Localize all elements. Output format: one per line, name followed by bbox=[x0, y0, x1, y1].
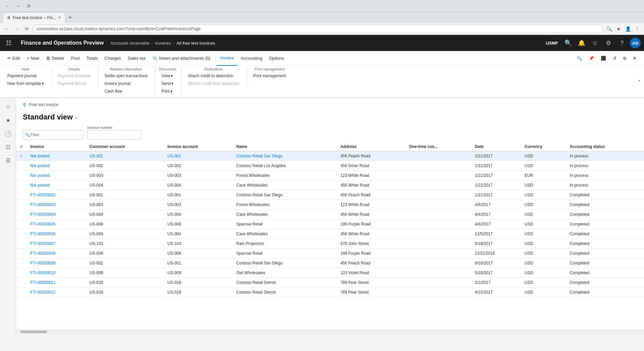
print-btn[interactable]: Print ▾ bbox=[159, 88, 175, 95]
name-link[interactable]: Contoso Retail San Diego bbox=[236, 154, 283, 158]
new-from-template-btn[interactable]: New from template ▾ bbox=[5, 80, 46, 87]
table-row[interactable]: FTI-00000009US-001US-001Contoso Retail S… bbox=[16, 258, 644, 268]
invoice-table-container[interactable]: ✓ Invoice Customer account Invoice accou… bbox=[16, 142, 644, 330]
invoice-journal-btn[interactable]: Invoice journal bbox=[102, 80, 150, 87]
toolbar-search-btn[interactable]: 🔍 bbox=[573, 51, 585, 66]
payment-format-btn[interactable]: Payment format bbox=[56, 80, 93, 87]
back-btn[interactable]: ← bbox=[3, 1, 12, 11]
browser-menu-icon[interactable]: ⋮ bbox=[633, 25, 641, 33]
view-btn[interactable]: View ▾ bbox=[159, 72, 175, 80]
invoice-link[interactable]: FTI-00000009 bbox=[30, 261, 55, 265]
send-btn[interactable]: Send ▾ bbox=[159, 80, 175, 87]
detach-credit-btn[interactable]: Detach credit from deduction bbox=[186, 80, 241, 87]
table-row[interactable]: FTI-00000004US-004US-004Cave Wholesales4… bbox=[16, 210, 644, 219]
breadcrumb-item-1[interactable]: Accounts receivable bbox=[110, 41, 149, 46]
cell-invoice[interactable]: FTI-00000011 bbox=[27, 278, 86, 288]
table-row[interactable]: ✓Not postedUS-001US-001Contoso Retail Sa… bbox=[16, 151, 644, 161]
tab-close-btn[interactable]: ✕ bbox=[58, 15, 61, 20]
browser-search-icon[interactable]: 🔍 bbox=[605, 25, 613, 33]
cell-invoice[interactable]: Not posted bbox=[27, 171, 86, 181]
table-row[interactable]: FTI-00000010US-009US-009Owl Wholesales12… bbox=[16, 268, 644, 278]
invoice-link[interactable]: FTI-00000003 bbox=[30, 202, 55, 207]
charges-btn[interactable]: Charges bbox=[101, 51, 124, 66]
forward-btn[interactable]: → bbox=[13, 1, 23, 11]
col-invoice[interactable]: Invoice bbox=[27, 142, 86, 151]
open-in-new-btn[interactable]: ⧉ bbox=[620, 51, 630, 66]
invoice-tab-btn[interactable]: Invoice bbox=[217, 51, 237, 66]
invoice-link[interactable]: Not posted bbox=[30, 154, 50, 158]
col-currency[interactable]: Currency bbox=[521, 142, 567, 151]
invoice-link[interactable]: FTI-00000011 bbox=[30, 280, 55, 285]
filter-icon[interactable]: ⚲ bbox=[23, 102, 26, 107]
home-nav-btn[interactable]: ⌂ bbox=[2, 101, 14, 113]
payment-schedule-btn[interactable]: Payment schedule bbox=[56, 72, 93, 80]
settle-open-transactions-btn[interactable]: Settle open transactions bbox=[102, 72, 150, 80]
invoice-link[interactable]: Not posted bbox=[30, 183, 50, 188]
view-chevron-icon[interactable]: ⌄ bbox=[74, 114, 78, 120]
cell-invoice[interactable]: FTI-00000008 bbox=[27, 249, 86, 258]
notifications-icon-btn[interactable]: 🔔 bbox=[576, 38, 587, 48]
sales-tax-btn[interactable]: Sales tax bbox=[124, 51, 149, 66]
col-one-time[interactable]: One-time cus... bbox=[406, 142, 472, 151]
feedback-icon-btn[interactable]: ☺ bbox=[590, 38, 600, 48]
address-bar[interactable]: usnconebox ax1aos.cloud.onebox.dynamics.… bbox=[33, 24, 603, 33]
col-date[interactable]: Date bbox=[472, 142, 521, 151]
browser-back-icon[interactable]: ← bbox=[3, 25, 11, 33]
invoice-link[interactable]: Not posted bbox=[30, 173, 50, 178]
waffle-btn[interactable]: ☷ bbox=[3, 38, 14, 48]
cell-invoice[interactable]: FTI-00000004 bbox=[27, 210, 86, 219]
invoice-link[interactable]: FTI-00000012 bbox=[30, 290, 55, 295]
edit-btn[interactable]: ✏ Edit bbox=[4, 51, 23, 66]
col-address[interactable]: Address bbox=[337, 142, 406, 151]
attach-credit-btn[interactable]: Attach credit to deduction bbox=[186, 72, 241, 80]
breadcrumb-item-2[interactable]: Invoices bbox=[155, 41, 171, 46]
totals-btn[interactable]: Totals bbox=[83, 51, 101, 66]
table-row[interactable]: FTI-00000008US-008US-008Sparrow Retail19… bbox=[16, 249, 644, 258]
cell-invoice[interactable]: FTI-00000003 bbox=[27, 200, 86, 210]
browser-forward-icon[interactable]: → bbox=[13, 25, 21, 33]
invoice-link[interactable]: FTI-00000008 bbox=[30, 251, 55, 256]
invoice-link[interactable]: FTI-00000005 bbox=[30, 222, 55, 227]
cash-flow-btn[interactable]: Cash flow bbox=[102, 88, 150, 95]
browser-profile-icon[interactable]: 👤 bbox=[624, 25, 632, 33]
cell-invoice[interactable]: FTI-00000009 bbox=[27, 258, 86, 268]
invoice-link[interactable]: Not posted bbox=[30, 163, 50, 168]
star-nav-btn[interactable]: ★ bbox=[2, 114, 14, 126]
list-nav-btn[interactable]: ☰ bbox=[2, 154, 14, 166]
table-row[interactable]: FTI-00000006US-004US-004Cave Wholesales4… bbox=[16, 229, 644, 239]
invoice-link[interactable]: FTI-00000004 bbox=[30, 212, 55, 217]
table-row[interactable]: FTI-00000003US-003US-003Forest Wholesale… bbox=[16, 200, 644, 210]
cell-invoice[interactable]: FTI-00000005 bbox=[27, 219, 86, 229]
side-panel-btn[interactable]: ⬛ bbox=[597, 51, 609, 66]
search-icon-btn[interactable]: 🔍 bbox=[563, 38, 574, 48]
cell-invoice[interactable]: FTI-00000012 bbox=[27, 288, 86, 297]
invoice-link[interactable]: FTI-00000010 bbox=[30, 270, 55, 275]
notes-btn[interactable]: 📎 Notes and attachments (0) bbox=[149, 51, 214, 66]
refresh-btn[interactable]: ↺ bbox=[609, 51, 620, 66]
table-row[interactable]: Not postedUS-003US-003Forest Wholesales1… bbox=[16, 171, 644, 181]
reload-btn[interactable]: ⟳ bbox=[24, 1, 34, 11]
options-tab-btn[interactable]: Options bbox=[266, 51, 287, 66]
print-management-btn[interactable]: Print management bbox=[251, 72, 288, 80]
cell-invoice[interactable]: FTI-00000010 bbox=[27, 268, 86, 278]
table-row[interactable]: FTI-00000012US-018US-018Contoso Retail D… bbox=[16, 288, 644, 297]
help-icon-btn[interactable]: ? bbox=[616, 38, 627, 48]
invoice-link[interactable]: FTI-00000006 bbox=[30, 232, 55, 236]
col-customer-account[interactable]: Customer account bbox=[86, 142, 164, 151]
customer-account-link[interactable]: US-001 bbox=[90, 154, 103, 158]
delete-btn[interactable]: 🗑 Delete bbox=[43, 51, 68, 66]
table-row[interactable]: FTI-00000005US-008US-008Sparrow Retail19… bbox=[16, 219, 644, 229]
cell-invoice[interactable]: Not posted bbox=[27, 161, 86, 171]
select-all-checkbox[interactable]: ✓ bbox=[20, 144, 23, 149]
new-tab-btn[interactable]: + bbox=[65, 13, 75, 22]
col-accounting-status[interactable]: Accounting status bbox=[567, 142, 644, 151]
grid-nav-btn[interactable]: ☷ bbox=[2, 141, 14, 153]
settings-icon-btn[interactable]: ⚙ bbox=[603, 38, 614, 48]
close-btn[interactable]: ✕ bbox=[630, 51, 640, 66]
browser-star-icon[interactable]: ★ bbox=[614, 25, 623, 33]
user-avatar[interactable]: AD bbox=[630, 38, 641, 48]
table-row[interactable]: Not postedUS-004US-004Cave Wholesales456… bbox=[16, 181, 644, 190]
pin-btn[interactable]: 📌 bbox=[585, 51, 597, 66]
browser-reload-icon[interactable]: ⟳ bbox=[23, 25, 31, 33]
collapse-ribbon-btn[interactable]: ⌃ bbox=[637, 79, 641, 85]
